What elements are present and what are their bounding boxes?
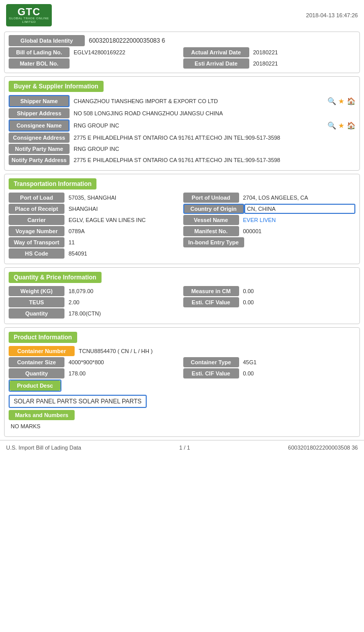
consignee-star-icon[interactable]: ★ xyxy=(338,121,345,130)
voyage-number-value: 0789A xyxy=(64,226,181,236)
actual-arrival-date-value: 20180221 xyxy=(249,47,356,57)
port-of-load-col: Port of Load 57035, SHANGHAI xyxy=(9,193,181,203)
logo-tagline: GLOBAL TRADE ONLINE LIMITED xyxy=(8,17,50,24)
footer-right: 60032018022200003508 36 xyxy=(288,445,358,451)
product-esti-cif-col: Esti. CIF Value 0.00 xyxy=(183,368,356,378)
port-of-load-label: Port of Load xyxy=(9,193,64,203)
esti-arrival-col: Esti Arrival Date 20180221 xyxy=(183,58,356,69)
bol-col: Bill of Lading No. EGLV142800169222 xyxy=(9,47,181,57)
page-footer: U.S. Import Bill of Lading Data 1 / 1 60… xyxy=(0,440,364,455)
top-info-card: Global Data Identity 6003201802220000350… xyxy=(4,31,360,73)
shipper-name-row: Shipper Name CHANGZHOU TIANSHENG IMPORT … xyxy=(9,95,355,107)
container-number-label: Container Number xyxy=(9,346,75,356)
carrier-label: Carrier xyxy=(9,215,64,225)
shipper-address-value: NO 508 LONGJING ROAD CHANGZHOU JIANGSU C… xyxy=(70,108,355,118)
teus-col: TEUS 2.00 xyxy=(9,297,181,307)
manifest-no-value: 000001 xyxy=(239,226,356,236)
container-type-col: Container Type 45G1 xyxy=(183,357,356,367)
weight-value: 18,079.00 xyxy=(64,286,181,296)
container-size-value: 4000*900*800 xyxy=(64,357,181,367)
container-type-value: 45G1 xyxy=(239,357,356,367)
quantity-label: Quantity xyxy=(9,308,64,319)
teus-cif-row: TEUS 2.00 Esti. CIF Value 0.00 xyxy=(9,297,355,307)
weight-col: Weight (KG) 18,079.00 xyxy=(9,286,181,296)
container-size-col: Container Size 4000*900*800 xyxy=(9,357,181,367)
teus-label: TEUS xyxy=(9,297,64,307)
buyer-supplier-title: Buyer & Supplier Information xyxy=(9,81,104,92)
transportation-section: Transportation Information Port of Load … xyxy=(4,174,360,264)
shipper-home-icon[interactable]: 🏠 xyxy=(347,97,355,105)
product-esti-cif-label: Esti. CIF Value xyxy=(183,368,239,378)
vessel-name-col: Vessel Name EVER LIVEN xyxy=(183,215,356,225)
place-of-receipt-label: Place of Receipt xyxy=(9,204,64,214)
container-size-label: Container Size xyxy=(9,357,64,367)
quantity-value: 178.00(CTN) xyxy=(64,308,355,319)
logo-text: GTC xyxy=(17,7,40,17)
shipper-address-row: Shipper Address NO 508 LONGJING ROAD CHA… xyxy=(9,108,355,118)
consignee-address-row: Consignee Address 2775 E PHILADELPHIA ST… xyxy=(9,133,355,143)
transport-inbond-row: Way of Transport 11 In-bond Entry Type xyxy=(9,237,355,247)
marks-and-numbers-value: NO MARKS xyxy=(9,421,355,431)
esti-arrival-date-label: Esti Arrival Date xyxy=(183,58,249,69)
consignee-home-icon[interactable]: 🏠 xyxy=(347,121,355,130)
in-bond-entry-label: In-bond Entry Type xyxy=(183,237,244,247)
product-desc-container: SOLAR PANEL PARTS SOLAR PANEL PARTS xyxy=(9,395,147,408)
port-of-unload-label: Port of Unload xyxy=(183,193,239,203)
product-information-header: Product Information xyxy=(9,332,355,346)
hs-code-label: HS Code xyxy=(9,248,64,259)
shipper-search-icon[interactable]: 🔍 xyxy=(327,97,336,105)
consignee-name-value: RNG GROUP INC xyxy=(70,119,325,132)
mater-bol-row: Mater BOL No. Esti Arrival Date 20180221 xyxy=(9,58,355,69)
carrier-value: EGLV, EAGLE VAN LINES INC xyxy=(64,215,181,225)
mater-bol-value xyxy=(70,58,181,69)
actual-arrival-date-label: Actual Arrival Date xyxy=(183,47,249,57)
product-esti-cif-value: 0.00 xyxy=(239,368,356,378)
bill-of-lading-value: EGLV142800169222 xyxy=(70,47,181,57)
way-of-transport-col: Way of Transport 11 xyxy=(9,237,181,247)
consignee-address-label: Consignee Address xyxy=(9,133,70,143)
marks-numbers-value-row: NO MARKS xyxy=(9,421,355,431)
consignee-name-row: Consignee Name RNG GROUP INC 🔍 ★ 🏠 xyxy=(9,119,355,132)
way-of-transport-label: Way of Transport xyxy=(9,237,64,247)
country-of-origin-col: Country of Origin CN, CHINA xyxy=(183,204,356,214)
port-of-load-value: 57035, SHANGHAI xyxy=(64,193,181,203)
global-data-row: Global Data Identity 6003201802220000350… xyxy=(9,35,355,46)
hs-code-row: HS Code 854091 xyxy=(9,248,355,259)
country-of-origin-value: CN, CHINA xyxy=(244,204,356,214)
bill-of-lading-label: Bill of Lading No. xyxy=(9,47,70,57)
page-header: GTC GLOBAL TRADE ONLINE LIMITED 2018-04-… xyxy=(0,0,364,29)
vessel-name-label: Vessel Name xyxy=(183,215,239,225)
container-type-label: Container Type xyxy=(183,357,239,367)
esti-cif-col: Esti. CIF Value 0.00 xyxy=(183,297,356,307)
product-quantity-label: Quantity xyxy=(9,368,64,378)
voyage-number-label: Voyage Number xyxy=(9,226,64,236)
product-quantity-value: 178.00 xyxy=(64,368,181,378)
place-of-receipt-col: Place of Receipt SHANGHAI xyxy=(9,204,181,214)
vessel-name-link[interactable]: EVER LIVEN xyxy=(243,217,276,223)
timestamp: 2018-04-13 16:47:26 xyxy=(306,12,358,18)
teus-value: 2.00 xyxy=(64,297,181,307)
footer-page-info: 1 / 1 xyxy=(179,445,190,451)
product-desc-value: SOLAR PANEL PARTS SOLAR PANEL PARTS xyxy=(14,398,142,405)
mater-bol-col: Mater BOL No. xyxy=(9,58,181,69)
consignee-name-label: Consignee Name xyxy=(9,119,70,132)
product-desc-label: Product Desc xyxy=(10,381,60,391)
way-of-transport-value: 11 xyxy=(64,237,181,247)
product-quantity-col: Quantity 178.00 xyxy=(9,368,181,378)
actual-arrival-col: Actual Arrival Date 20180221 xyxy=(183,47,356,57)
measure-in-cm-value: 0.00 xyxy=(239,286,356,296)
consignee-search-icon[interactable]: 🔍 xyxy=(327,121,336,130)
notify-party-address-value: 2775 E PHILADELPHIA ST ONTARIO CA 91761 … xyxy=(70,155,355,165)
notify-party-address-label: Notify Party Address xyxy=(9,155,70,165)
measure-col: Measure in CM 0.00 xyxy=(183,286,356,296)
hs-code-value: 854091 xyxy=(64,248,355,259)
container-number-row: Container Number TCNU8854470 ( CN / L / … xyxy=(9,346,355,356)
notify-party-address-row: Notify Party Address 2775 E PHILADELPHIA… xyxy=(9,155,355,165)
transportation-title: Transportation Information xyxy=(9,178,96,189)
buyer-supplier-header: Buyer & Supplier Information xyxy=(9,81,355,95)
notify-party-name-row: Notify Party Name RNG GROUP INC xyxy=(9,144,355,154)
place-of-receipt-value: SHANGHAI xyxy=(64,204,181,214)
global-data-identity-value: 600320180222000035083 6 xyxy=(85,35,355,46)
notify-party-name-label: Notify Party Name xyxy=(9,144,70,154)
shipper-star-icon[interactable]: ★ xyxy=(338,97,345,105)
